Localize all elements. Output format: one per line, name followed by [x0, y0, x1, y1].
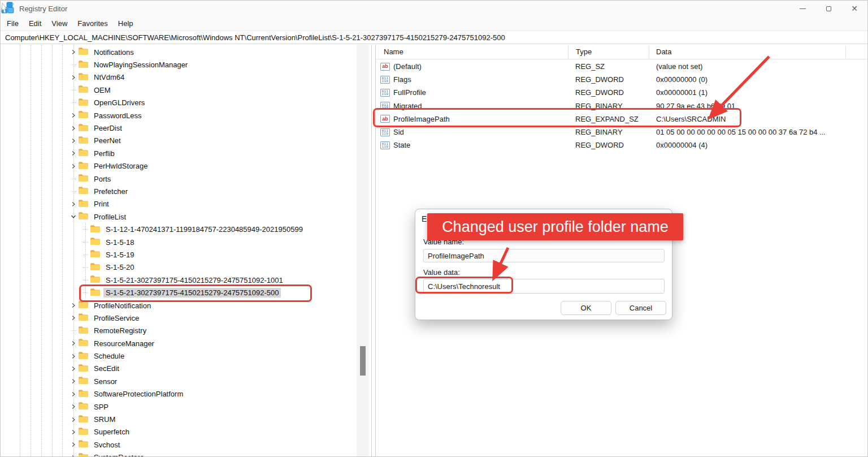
value-row-profileimagepath[interactable]: abProfileImagePathREG_EXPAND_SZC:\Users\…	[376, 113, 867, 126]
chevron-right-icon[interactable]	[69, 73, 78, 82]
tree-item-notifications[interactable]: Notifications	[1, 46, 357, 58]
tree-item-prefetcher[interactable]: Prefetcher	[1, 185, 357, 197]
menu-item-favorites[interactable]: Favorites	[72, 18, 112, 29]
chevron-right-icon[interactable]	[69, 48, 78, 57]
chevron-right-icon[interactable]	[69, 364, 78, 373]
value-row-fullprofile[interactable]: 011110FullProfileREG_DWORD0x00000001 (1)	[376, 86, 867, 99]
tree-item-oem[interactable]: OEM	[1, 84, 357, 96]
value-row-default[interactable]: ab(Default)REG_SZ(value not set)	[376, 60, 867, 73]
restore-button[interactable]	[815, 1, 841, 16]
column-divider[interactable]	[649, 46, 649, 58]
tree-rows: NotificationsNowPlayingSessionManagerNtV…	[1, 46, 357, 456]
address-bar[interactable]: Computer\HKEY_LOCAL_MACHINE\SOFTWARE\Mic…	[1, 31, 867, 44]
chevron-right-icon[interactable]	[69, 124, 78, 133]
chevron-right-icon[interactable]	[69, 136, 78, 145]
chevron-right-icon[interactable]	[69, 111, 78, 120]
tree-item-print[interactable]: Print	[1, 198, 357, 210]
tree-connector-dash	[81, 288, 90, 298]
tree-item-s-1-5-20[interactable]: S-1-5-20	[1, 261, 357, 274]
tree-connector-dash	[69, 85, 78, 94]
tree-item-secedit[interactable]: SecEdit	[1, 363, 357, 375]
tree-item-opengldrivers[interactable]: OpenGLDrivers	[1, 97, 357, 109]
tree-connector-dash	[81, 225, 90, 234]
tree-connector-dash	[69, 98, 78, 107]
tree-item-profilelist[interactable]: ProfileList	[1, 210, 357, 223]
value-type-cell: REG_DWORD	[568, 75, 649, 84]
chevron-right-icon[interactable]	[69, 402, 78, 411]
value-type-cell: REG_DWORD	[568, 141, 649, 149]
tree-item-nowplayingsessionmanager[interactable]: NowPlayingSessionManager	[1, 58, 357, 71]
tree-item-svchost[interactable]: Svchost	[1, 438, 357, 451]
chevron-right-icon[interactable]	[69, 440, 78, 449]
tree-item-label: OEM	[92, 85, 113, 95]
tree-item-label: PerHwIdStorage	[92, 161, 150, 171]
window-controls: ✕	[789, 1, 867, 16]
column-header-name[interactable]: Name	[384, 48, 403, 56]
tree-item-systemrestore[interactable]: SystemRestore	[1, 451, 357, 457]
tree-item-label: Sensor	[92, 377, 119, 386]
chevron-right-icon[interactable]	[69, 453, 78, 456]
value-row-migrated[interactable]: 011110MigratedREG_BINARY90 27 9a ec 43 b…	[376, 100, 867, 113]
tree-item-passwordless[interactable]: PasswordLess	[1, 109, 357, 122]
tree-scrollbar-thumb[interactable]	[360, 346, 366, 376]
tree-item-label: ProfileNotification	[92, 301, 153, 311]
menu-item-file[interactable]: File	[2, 18, 24, 29]
cancel-button[interactable]: Cancel	[615, 301, 666, 315]
tree-item-s-1-5-19[interactable]: S-1-5-19	[1, 248, 357, 261]
tree-item-s-1-12-1-470241371-1199184757-2230485949-2021950599[interactable]: S-1-12-1-470241371-1199184757-2230485949…	[1, 223, 357, 235]
tree-item-softwareprotectionplatform[interactable]: SoftwareProtectionPlatform	[1, 388, 357, 400]
tree-item-peernet[interactable]: PeerNet	[1, 135, 357, 147]
pane-splitter[interactable]	[371, 45, 376, 456]
tree-item-sensor[interactable]: Sensor	[1, 375, 357, 387]
tree-scrollbar-track[interactable]	[357, 45, 369, 456]
chevron-right-icon[interactable]	[69, 415, 78, 424]
tree-item-srum[interactable]: SRUM	[1, 413, 357, 425]
tree-item-profilenotification[interactable]: ProfileNotification	[1, 299, 357, 312]
value-name-field[interactable]: ProfileImagePath	[423, 249, 665, 262]
tree-item-spp[interactable]: SPP	[1, 400, 357, 413]
folder-icon	[78, 415, 92, 425]
column-header-type[interactable]: Type	[576, 48, 592, 56]
menu-item-help[interactable]: Help	[113, 18, 138, 29]
chevron-right-icon[interactable]	[69, 352, 78, 361]
ok-button[interactable]: OK	[561, 301, 611, 315]
chevron-right-icon[interactable]	[69, 313, 78, 322]
tree-item-label: SPP	[92, 402, 111, 412]
folder-icon	[78, 174, 92, 184]
tree-item-schedule[interactable]: Schedule	[1, 350, 357, 362]
menu-item-edit[interactable]: Edit	[24, 18, 46, 29]
chevron-right-icon[interactable]	[69, 339, 78, 348]
tree-item-perhwidstorage[interactable]: PerHwIdStorage	[1, 160, 357, 173]
chevron-right-icon[interactable]	[69, 428, 78, 437]
tree-item-ports[interactable]: Ports	[1, 173, 357, 185]
tree-item-ntvdm64[interactable]: NtVdm64	[1, 71, 357, 84]
chevron-right-icon[interactable]	[69, 377, 78, 386]
chevron-right-icon[interactable]	[69, 301, 78, 310]
chevron-right-icon[interactable]	[69, 162, 78, 171]
tree-item-remoteregistry[interactable]: RemoteRegistry	[1, 325, 357, 337]
value-data-field[interactable]: C:\Users\Technoresult	[423, 279, 665, 294]
column-divider[interactable]	[568, 46, 568, 58]
value-row-state[interactable]: 011110StateREG_DWORD0x00000004 (4)	[376, 139, 867, 152]
column-divider[interactable]	[845, 46, 846, 58]
tree-item-s-1-5-18[interactable]: S-1-5-18	[1, 236, 357, 248]
chevron-right-icon[interactable]	[69, 200, 78, 209]
chevron-right-icon[interactable]	[69, 149, 78, 158]
minimize-button[interactable]	[789, 1, 815, 16]
chevron-right-icon[interactable]	[69, 390, 78, 399]
column-header-data[interactable]: Data	[656, 48, 671, 56]
values-header: Name Type Data	[376, 45, 867, 59]
tree-item-s-1-5-21-3027397175-4150215279-2475751092-1001[interactable]: S-1-5-21-3027397175-4150215279-247575109…	[1, 274, 357, 286]
tree-item-superfetch[interactable]: Superfetch	[1, 426, 357, 438]
tree-item-resourcemanager[interactable]: ResourceManager	[1, 337, 357, 350]
tree-item-peerdist[interactable]: PeerDist	[1, 122, 357, 134]
value-row-flags[interactable]: 011110FlagsREG_DWORD0x00000000 (0)	[376, 73, 867, 86]
tree-item-perflib[interactable]: Perflib	[1, 147, 357, 159]
menu-item-view[interactable]: View	[46, 18, 72, 29]
value-row-sid[interactable]: 011110SidREG_BINARY01 05 00 00 00 00 00 …	[376, 126, 867, 139]
tree-item-profileservice[interactable]: ProfileService	[1, 312, 357, 324]
tree-item-s-1-5-21-3027397175-4150215279-2475751092-500[interactable]: S-1-5-21-3027397175-4150215279-247575109…	[1, 286, 357, 299]
value-data-label: Value data:	[423, 268, 460, 277]
close-button[interactable]: ✕	[841, 1, 867, 16]
chevron-down-icon[interactable]	[69, 212, 78, 221]
